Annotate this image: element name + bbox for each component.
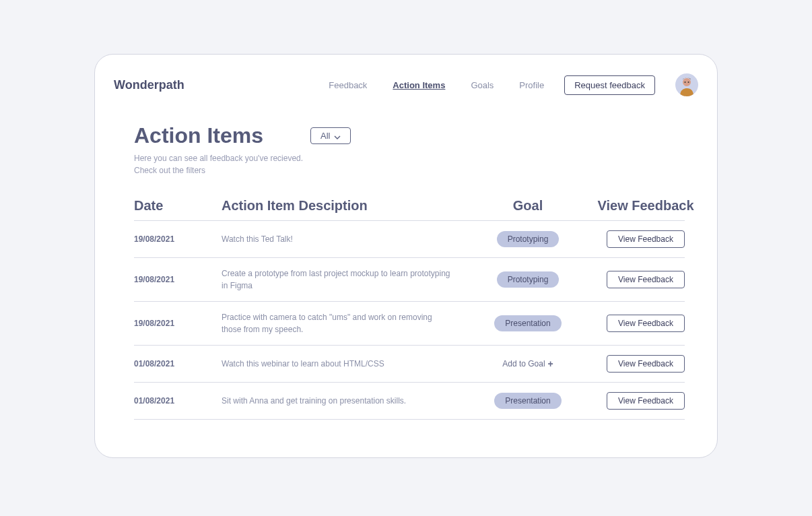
add-to-goal-button[interactable]: Add to Goal+ (502, 358, 553, 369)
cell-goal: Add to Goal+ (464, 358, 592, 369)
table-row: 19/08/2021Create a prototype from last p… (134, 258, 685, 302)
cell-view-feedback: View Feedback (592, 355, 700, 373)
table-row: 19/08/2021Watch this Ted Talk!Prototypin… (134, 221, 685, 258)
col-description: Action Item Desciption (222, 198, 464, 214)
svg-point-1 (685, 82, 686, 83)
cell-goal: Prototyping (464, 271, 592, 288)
table-row: 19/08/2021Practice with camera to catch … (134, 302, 685, 346)
cell-date: 19/08/2021 (134, 275, 222, 284)
page-subtitle: Here you can see all feedback you've rec… (134, 152, 309, 176)
cell-goal: Presentation (464, 393, 592, 409)
avatar-icon (678, 76, 696, 96)
cell-description: Sit with Anna and get training on presen… (222, 395, 464, 407)
cell-view-feedback: View Feedback (592, 392, 700, 410)
col-goal: Goal (464, 198, 592, 214)
view-feedback-button[interactable]: View Feedback (607, 392, 685, 410)
title-row: Action Items All (134, 123, 685, 148)
cell-view-feedback: View Feedback (592, 271, 700, 288)
cell-date: 19/08/2021 (134, 319, 222, 328)
content: Action Items All Here you can see all fe… (114, 96, 698, 420)
avatar[interactable] (675, 73, 698, 96)
app-card: Wonderpath Feedback Action Items Goals P… (94, 54, 718, 458)
table-row: 01/08/2021Watch this webinar to learn ab… (134, 346, 685, 383)
svg-point-2 (688, 82, 689, 83)
view-feedback-button[interactable]: View Feedback (607, 315, 685, 332)
table-row: 01/08/2021Sit with Anna and get training… (134, 383, 685, 420)
request-feedback-button[interactable]: Request feedback (564, 75, 655, 95)
chevron-down-icon (334, 133, 341, 139)
nav-profile[interactable]: Profile (519, 80, 544, 90)
goal-pill[interactable]: Presentation (494, 393, 561, 409)
cell-date: 01/08/2021 (134, 359, 222, 368)
filter-label: All (320, 131, 330, 141)
col-view-feedback: View Feedback (592, 198, 700, 214)
goal-pill[interactable]: Prototyping (497, 271, 560, 288)
view-feedback-button[interactable]: View Feedback (607, 355, 685, 373)
svg-point-0 (683, 78, 691, 86)
page-title: Action Items (134, 123, 263, 148)
col-date: Date (134, 198, 222, 214)
table-header: Date Action Item Desciption Goal View Fe… (134, 193, 685, 221)
nav: Feedback Action Items Goals Profile (329, 80, 544, 90)
nav-goals[interactable]: Goals (471, 80, 494, 90)
add-to-goal-label: Add to Goal (502, 359, 545, 368)
goal-pill[interactable]: Prototyping (497, 231, 560, 247)
cell-description: Practice with camera to catch "ums" and … (222, 311, 464, 335)
cell-view-feedback: View Feedback (592, 315, 700, 332)
view-feedback-button[interactable]: View Feedback (607, 230, 685, 248)
cell-description: Watch this webinar to learn about HTML/C… (222, 358, 464, 370)
table-body: 19/08/2021Watch this Ted Talk!Prototypin… (134, 221, 685, 420)
view-feedback-button[interactable]: View Feedback (607, 271, 685, 288)
cell-date: 19/08/2021 (134, 234, 222, 244)
action-items-table: Date Action Item Desciption Goal View Fe… (134, 193, 685, 420)
header: Wonderpath Feedback Action Items Goals P… (114, 73, 698, 96)
cell-goal: Presentation (464, 315, 592, 331)
nav-feedback[interactable]: Feedback (329, 80, 367, 90)
cell-description: Create a prototype from last project moc… (222, 267, 464, 292)
cell-date: 01/08/2021 (134, 396, 222, 406)
nav-action-items[interactable]: Action Items (393, 80, 445, 90)
cell-view-feedback: View Feedback (592, 230, 700, 248)
cell-description: Watch this Ted Talk! (222, 233, 464, 245)
filter-dropdown[interactable]: All (310, 127, 351, 144)
cell-goal: Prototyping (464, 231, 592, 247)
goal-pill[interactable]: Presentation (494, 315, 561, 331)
brand-logo[interactable]: Wonderpath (114, 78, 184, 92)
plus-icon: + (548, 358, 553, 369)
